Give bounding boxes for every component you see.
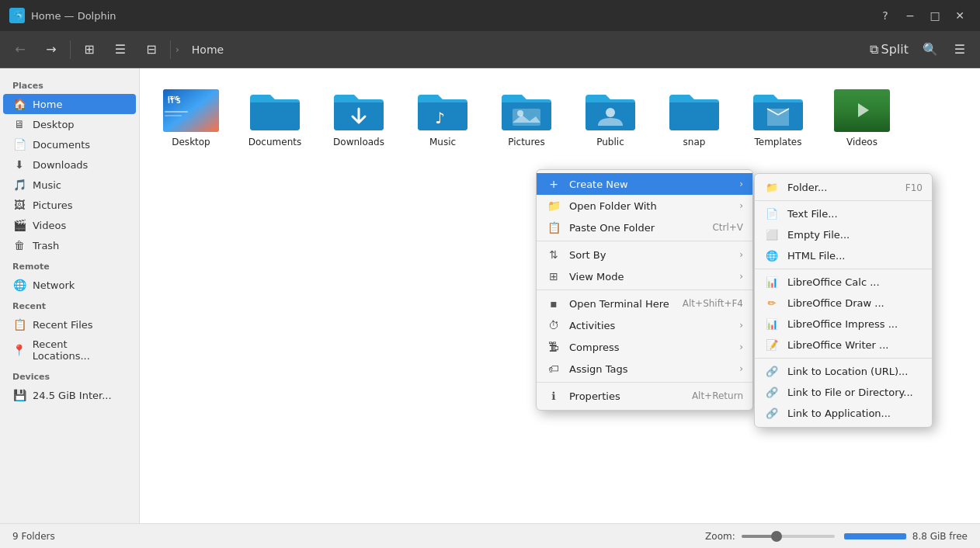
view-icons-button[interactable]: ⊞ — [75, 36, 103, 64]
toolbar-separator-1 — [70, 40, 71, 59]
documents-icon: 📄 — [12, 138, 26, 151]
properties-label: Properties — [569, 390, 684, 402]
sidebar-item-documents[interactable]: 📄 Documents — [3, 134, 136, 154]
compress-arrow: › — [739, 342, 743, 352]
menu-item-paste-one-folder[interactable]: 📋 Paste One Folder Ctrl+V — [537, 217, 752, 238]
statusbar-right: Zoom: 8.8 GiB free — [705, 531, 968, 542]
menu-item-open-folder-with[interactable]: 📁 Open Folder With › — [537, 195, 752, 217]
places-label: Places — [0, 75, 139, 94]
split-button[interactable]: ⧉ Split — [864, 36, 915, 64]
sidebar-item-pictures[interactable]: 🖼 Pictures — [3, 195, 136, 215]
sidebar-label-videos: Videos — [33, 220, 66, 231]
titlebar: 🐬 Home — Dolphin ? − □ ✕ — [0, 0, 980, 31]
submenu-item-link-app[interactable]: 🔗 Link to Application... — [755, 403, 932, 424]
submenu-item-lo-writer[interactable]: 📝 LibreOffice Writer ... — [755, 335, 932, 356]
empty-file-label: Empty File... — [787, 229, 850, 241]
downloads-icon: ⬇ — [12, 158, 26, 171]
file-area[interactable]: IT'S Desktop Documents — [140, 68, 980, 523]
activities-arrow: › — [739, 320, 743, 331]
lo-calc-icon: 📊 — [764, 276, 780, 288]
submenu-item-text-file[interactable]: 📄 Text File... — [755, 203, 932, 224]
sidebar-label-trash: Trash — [33, 240, 59, 251]
search-button[interactable]: 🔍 — [916, 36, 944, 64]
toolbar-right: ⧉ Split 🔍 ☰ — [864, 36, 974, 64]
submenu-item-lo-draw[interactable]: ✏ LibreOffice Draw ... — [755, 293, 932, 314]
paste-shortcut: Ctrl+V — [712, 222, 743, 233]
minimize-button[interactable]: − — [899, 5, 921, 26]
menu-item-activities[interactable]: ⏱ Activities › — [537, 314, 752, 336]
sort-icon: ⇅ — [546, 248, 561, 261]
recent-label: Recent — [0, 295, 139, 314]
recent-files-icon: 📋 — [12, 318, 26, 331]
link-app-label: Link to Application... — [787, 408, 891, 419]
lo-calc-label: LibreOffice Calc ... — [787, 276, 880, 288]
link-url-icon: 🔗 — [764, 366, 780, 377]
submenu-item-link-file[interactable]: 🔗 Link to File or Directory... — [755, 382, 932, 403]
menu-item-assign-tags[interactable]: 🏷 Assign Tags › — [537, 358, 752, 380]
sidebar-item-home[interactable]: 🏠 Home — [3, 94, 136, 114]
sidebar-item-trash[interactable]: 🗑 Trash — [3, 235, 136, 255]
tags-icon: 🏷 — [546, 362, 561, 375]
close-button[interactable]: ✕ — [949, 5, 971, 26]
submenu-item-link-url[interactable]: 🔗 Link to Location (URL)... — [755, 361, 932, 382]
window-title: Home — Dolphin — [31, 10, 116, 22]
view-compact-button[interactable]: ☰ — [106, 36, 134, 64]
zoom-bar-container — [742, 533, 906, 539]
menu-item-compress[interactable]: 🗜 Compress › — [537, 336, 752, 358]
toolbar: ← → ⊞ ☰ ⊟ › Home ⧉ Split 🔍 ☰ — [0, 31, 980, 68]
sidebar-item-downloads[interactable]: ⬇ Downloads — [3, 154, 136, 175]
sidebar-label-network: Network — [33, 279, 75, 291]
lo-impress-icon: 📊 — [764, 318, 780, 330]
sidebar-item-videos[interactable]: 🎬 Videos — [3, 215, 136, 235]
compress-icon: 🗜 — [546, 341, 561, 353]
submenu: 📁 Folder... F10 📄 Text File... ⬜ Empty F… — [754, 173, 933, 428]
menu-button[interactable]: ☰ — [946, 36, 974, 64]
sort-label: Sort By — [569, 249, 732, 261]
breadcrumb-separator: › — [175, 44, 179, 55]
videos-icon: 🎬 — [12, 219, 26, 231]
view-mode-icon: ⊞ — [546, 270, 561, 283]
sidebar-item-drive[interactable]: 💾 24.5 GiB Inter... — [3, 385, 136, 405]
empty-file-icon: ⬜ — [764, 229, 780, 241]
menu-item-view-mode[interactable]: ⊞ View Mode › — [537, 265, 752, 287]
zoom-fill — [844, 533, 906, 539]
maximize-button[interactable]: □ — [924, 5, 946, 26]
back-button[interactable]: ← — [6, 36, 34, 64]
submenu-item-lo-calc[interactable]: 📊 LibreOffice Calc ... — [755, 272, 932, 293]
sidebar-item-recent-files[interactable]: 📋 Recent Files — [3, 314, 136, 335]
menu-item-create-new[interactable]: + Create New › 📁 Folder... F10 📄 — [537, 173, 752, 195]
submenu-item-folder[interactable]: 📁 Folder... F10 — [755, 177, 932, 198]
activities-label: Activities — [569, 320, 732, 331]
home-icon: 🏠 — [12, 98, 26, 110]
menu-sep-1 — [537, 241, 752, 241]
sidebar-item-network[interactable]: 🌐 Network — [3, 275, 136, 295]
submenu-item-empty-file[interactable]: ⬜ Empty File... — [755, 224, 932, 245]
split-label: Split — [881, 42, 909, 57]
create-new-icon: + — [546, 178, 561, 190]
sidebar-item-music[interactable]: 🎵 Music — [3, 175, 136, 195]
devices-label: Devices — [0, 366, 139, 385]
submenu-item-lo-impress[interactable]: 📊 LibreOffice Impress ... — [755, 314, 932, 335]
help-button[interactable]: ? — [874, 5, 896, 26]
recent-locations-icon: 📍 — [12, 344, 26, 356]
assign-tags-label: Assign Tags — [569, 363, 732, 375]
folder-label: Folder... — [787, 182, 827, 193]
titlebar-controls: ? − □ ✕ — [874, 5, 971, 26]
menu-item-properties[interactable]: ℹ Properties Alt+Return — [537, 385, 752, 407]
sidebar-item-desktop[interactable]: 🖥 Desktop — [3, 114, 136, 134]
properties-icon: ℹ — [546, 390, 561, 402]
forward-button[interactable]: → — [37, 36, 65, 64]
terminal-icon: ▪ — [546, 297, 561, 310]
view-tree-button[interactable]: ⊟ — [137, 36, 165, 64]
text-file-icon: 📄 — [764, 208, 780, 220]
submenu-item-html-file[interactable]: 🌐 HTML File... — [755, 245, 932, 266]
link-file-label: Link to File or Directory... — [787, 387, 913, 398]
sidebar-label-music: Music — [33, 179, 61, 191]
menu-item-open-terminal[interactable]: ▪ Open Terminal Here Alt+Shift+F4 — [537, 293, 752, 314]
sidebar-item-recent-locations[interactable]: 📍 Recent Locations... — [3, 335, 136, 366]
zoom-label: Zoom: — [705, 531, 735, 542]
sidebar-label-pictures: Pictures — [33, 199, 72, 211]
zoom-slider[interactable] — [742, 535, 835, 538]
breadcrumb-home[interactable]: Home — [186, 40, 230, 59]
menu-item-sort-by[interactable]: ⇅ Sort By › — [537, 244, 752, 265]
